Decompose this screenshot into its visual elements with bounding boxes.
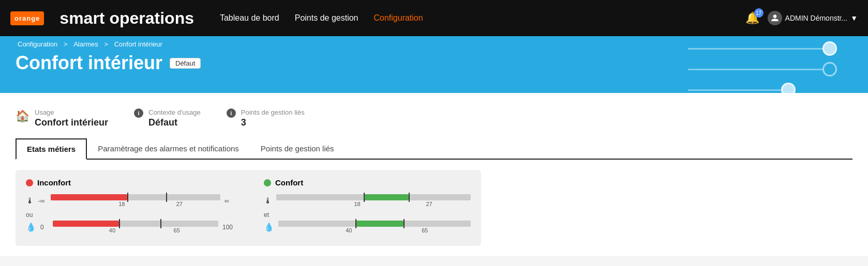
inconfort-bar2-tick1 — [119, 219, 120, 228]
confort-connector: et — [264, 211, 471, 218]
inconfort-bar2-numbers: 40 65 — [53, 227, 218, 233]
main-nav: Tableau de bord Points de gestion Config… — [220, 13, 423, 23]
inconfort-bar2-tick2 — [160, 219, 161, 228]
dropdown-arrow: ▼ — [850, 14, 858, 22]
user-menu[interactable]: ADMIN Démonstr... ▼ — [768, 11, 858, 25]
breadcrumb-alarmes[interactable]: Alarmes — [73, 40, 98, 48]
confort-bar2-numbers: 40 65 — [278, 227, 471, 233]
inconfort-bar2-fill — [53, 221, 119, 227]
points-info-icon[interactable]: i — [227, 108, 236, 118]
nav-configuration[interactable]: Configuration — [373, 13, 423, 23]
points-label: Points de gestion liés — [241, 108, 305, 116]
deco-row-2 — [688, 62, 837, 76]
inconfort-bar2-left: 0 — [40, 224, 49, 231]
deco-circle-2 — [822, 62, 837, 76]
inconfort-bar2-n2: 65 — [174, 227, 180, 233]
user-avatar — [768, 11, 782, 25]
inconfort-bar1-tick2 — [166, 193, 167, 202]
confort-bar2-row: 💧 40 65 — [264, 221, 471, 233]
tab-parametrage[interactable]: Paramètrage des alarmes et notifications — [87, 138, 250, 160]
usage-item: 🏠 Usage Confort intérieur — [16, 108, 108, 128]
confort-bar2-n1: 40 — [346, 227, 352, 233]
usage-label: Usage — [35, 108, 108, 116]
tab-content-etats: Inconfort 🌡 -∞ — [16, 160, 852, 256]
inconfort-bar1 — [51, 194, 220, 200]
app-title: smart operations — [59, 9, 194, 28]
user-label: ADMIN Démonstr... — [785, 14, 848, 22]
bell-wrapper[interactable]: 🔔 17 — [745, 11, 759, 25]
inconfort-bar2 — [53, 221, 218, 227]
inconfort-header: Inconfort — [26, 178, 233, 187]
inconfort-bar1-n2: 27 — [176, 201, 183, 207]
deco-circle-3 — [781, 83, 796, 93]
nav-tableau[interactable]: Tableau de bord — [220, 13, 279, 23]
confort-bar2-n2: 65 — [422, 227, 428, 233]
breadcrumb-sep2: > — [104, 40, 110, 48]
orange-logo: orange — [10, 11, 44, 25]
droplet-icon-1: 💧 — [26, 222, 36, 232]
confort-header: Confort — [264, 178, 471, 187]
inconfort-bar2-n1: 40 — [109, 227, 115, 233]
notification-badge: 17 — [754, 8, 764, 18]
inconfort-bar1-n1: 18 — [118, 201, 125, 207]
deco-row-3 — [688, 83, 837, 93]
inconfort-dot — [26, 179, 33, 186]
inconfort-bar1-right: ∞ — [225, 197, 233, 205]
deco-row-1 — [688, 41, 837, 56]
confort-bar1-numbers: 18 27 — [276, 201, 471, 207]
tab-etats[interactable]: Etats métiers — [16, 138, 87, 160]
deco-circles — [688, 41, 837, 93]
confort-bar1-n2: 27 — [426, 201, 432, 207]
navbar-right: 🔔 17 ADMIN Démonstr... ▼ — [745, 11, 858, 25]
usage-value: Confort intérieur — [35, 117, 108, 128]
context-item: i Contexte d'usage Défaut — [134, 108, 201, 128]
inconfort-bar1-row: 🌡 -∞ 18 27 — [26, 194, 233, 207]
breadcrumb-sep1: > — [64, 40, 69, 48]
confort-label: Confort — [275, 178, 303, 187]
context-label: Contexte d'usage — [148, 108, 201, 116]
inconfort-bar1-numbers: 18 27 — [51, 201, 220, 207]
confort-bar2-tick2 — [403, 219, 405, 228]
confort-bar2-tick1 — [355, 219, 356, 228]
breadcrumb-current: Confort intérieur — [114, 40, 162, 48]
main-content: 🏠 Usage Confort intérieur i Contexte d'u… — [0, 93, 868, 256]
home-icon: 🏠 — [16, 109, 29, 123]
tab-points[interactable]: Points de gestion liés — [250, 138, 345, 160]
inconfort-bar1-left: -∞ — [38, 197, 47, 205]
confort-bar1-fill — [364, 194, 408, 200]
confort-dot — [264, 179, 271, 186]
navbar: orange smart operations Tableau de bord … — [0, 0, 868, 36]
deco-line-1 — [688, 48, 822, 50]
inconfort-bar1-tick1 — [127, 193, 128, 202]
alarm-section-inconfort: Inconfort 🌡 -∞ — [26, 178, 233, 238]
thermometer-icon-1: 🌡 — [26, 196, 34, 206]
confort-bar1-tick1 — [364, 193, 365, 202]
deco-line-3 — [688, 89, 781, 91]
tabs: Etats métiers Paramètrage des alarmes et… — [16, 138, 852, 160]
confort-bar1-tick2 — [409, 193, 410, 202]
inconfort-label: Inconfort — [37, 178, 71, 187]
info-row: 🏠 Usage Confort intérieur i Contexte d'u… — [16, 103, 852, 138]
context-value: Défaut — [148, 117, 201, 128]
inconfort-bar2-right: 100 — [222, 224, 233, 231]
nav-points[interactable]: Points de gestion — [295, 13, 358, 23]
alarm-panel: Inconfort 🌡 -∞ — [16, 170, 481, 246]
status-badge: Défaut — [170, 58, 201, 69]
deco-circle-1 — [822, 41, 837, 56]
deco-line-2 — [688, 69, 822, 70]
confort-bar2-fill — [355, 221, 403, 227]
droplet-icon-2: 💧 — [264, 222, 274, 232]
alarm-section-confort: Confort 🌡 18 27 — [264, 178, 471, 238]
confort-bar1-n1: 18 — [354, 201, 360, 207]
inconfort-bar2-row: 💧 0 40 65 100 — [26, 221, 233, 233]
points-item: i Points de gestion liés 3 — [227, 108, 305, 128]
inconfort-bar1-fill — [51, 194, 127, 200]
thermometer-icon-2: 🌡 — [264, 196, 272, 206]
confort-bar1-row: 🌡 18 27 — [264, 194, 471, 207]
inconfort-connector: ou — [26, 211, 233, 218]
context-info-icon[interactable]: i — [134, 108, 143, 118]
page-title: Confort intérieur — [16, 52, 162, 74]
points-value: 3 — [241, 117, 305, 128]
breadcrumb-config[interactable]: Configuration — [18, 40, 57, 48]
blue-header-band: Configuration > Alarmes > Confort intéri… — [0, 36, 868, 93]
